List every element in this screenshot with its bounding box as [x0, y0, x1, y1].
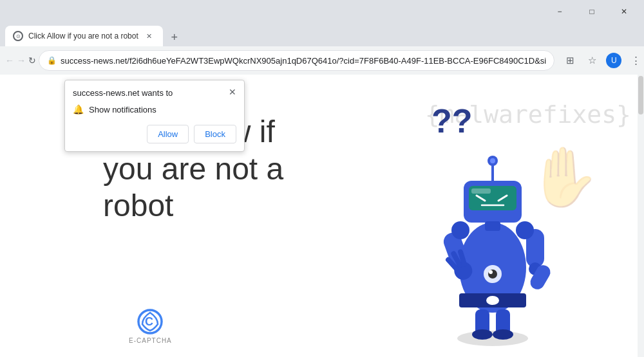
svg-rect-17: [485, 221, 500, 231]
bell-icon: 🔔: [73, 104, 84, 114]
svg-point-30: [472, 329, 493, 340]
svg-point-16: [490, 158, 495, 163]
tab-close-button[interactable]: ✕: [144, 30, 155, 42]
title-bar: − □ ✕: [0, 0, 644, 23]
reload-button[interactable]: ↻: [28, 50, 36, 71]
maximize-button[interactable]: □: [577, 3, 607, 21]
svg-rect-10: [471, 188, 491, 194]
bookmark-button[interactable]: ☆: [582, 50, 602, 71]
back-button[interactable]: ←: [5, 50, 14, 71]
url-text: success-news.net/f2i6dh6ueYeFA2WT3EwpWQk…: [61, 56, 546, 66]
popup-permission: 🔔 Show notifications: [73, 104, 236, 114]
close-button[interactable]: ✕: [609, 3, 639, 21]
svg-text:??: ??: [431, 102, 473, 140]
popup-close-button[interactable]: ✕: [226, 86, 239, 98]
ecaptcha-label-text: E-CAPTCHA: [129, 337, 172, 344]
tab-bar: ⊙ Click Allow if you are not a robot ✕ +: [0, 23, 644, 46]
tab-title: Click Allow if you are not a robot: [28, 32, 138, 41]
robot-illustration: ??: [374, 81, 592, 338]
svg-text:C: C: [145, 315, 153, 328]
popup-title: success-news.net wants to: [73, 88, 236, 98]
svg-point-4: [486, 296, 499, 305]
profile-icon: U: [606, 53, 621, 68]
scrollbar-thumb: [638, 76, 643, 114]
bookmark-icon: ☆: [588, 55, 596, 66]
menu-button[interactable]: ⋮: [625, 50, 644, 71]
popup-buttons: Allow Block: [73, 125, 236, 143]
lock-icon: 🔒: [47, 56, 57, 65]
svg-point-26: [451, 221, 469, 239]
svg-point-27: [516, 221, 534, 239]
profile-button[interactable]: U: [603, 50, 624, 71]
menu-icon: ⋮: [631, 55, 641, 66]
notification-popup: success-news.net wants to ✕ 🔔 Show notif…: [64, 80, 245, 152]
window-controls: − □ ✕: [545, 3, 639, 21]
url-bar[interactable]: 🔒 success-news.net/f2i6dh6ueYeFA2WT3EwpW…: [39, 50, 554, 71]
back-icon: ←: [5, 55, 14, 66]
ecaptcha-logo-icon: C: [137, 309, 163, 334]
new-tab-button[interactable]: +: [166, 28, 184, 46]
svg-text:✋: ✋: [528, 143, 592, 212]
minimize-button[interactable]: −: [545, 3, 574, 21]
ecaptcha-logo-area: C E-CAPTCHA: [129, 309, 172, 344]
extensions-icon: ⊞: [566, 55, 574, 66]
address-bar: ← → ↻ 🔒 success-news.net/f2i6dh6ueYeFA2W…: [0, 46, 644, 75]
svg-point-7: [489, 270, 493, 274]
tab-favicon: ⊙: [13, 31, 23, 41]
extensions-button[interactable]: ⊞: [560, 50, 580, 71]
reload-icon: ↻: [28, 55, 36, 66]
scrollbar[interactable]: [638, 75, 644, 357]
forward-icon: →: [17, 55, 26, 66]
popup-permission-label: Show notifications: [89, 105, 156, 114]
block-button[interactable]: Block: [194, 125, 236, 143]
active-tab[interactable]: ⊙ Click Allow if you are not a robot ✕: [5, 26, 163, 46]
toolbar-icons: ⊞ ☆ U ⋮: [560, 50, 644, 71]
forward-button[interactable]: →: [17, 50, 26, 71]
svg-point-1: [457, 331, 528, 346]
svg-point-31: [493, 329, 513, 340]
page-content: success-news.net wants to ✕ 🔔 Show notif…: [0, 75, 644, 357]
allow-button[interactable]: Allow: [147, 125, 189, 143]
